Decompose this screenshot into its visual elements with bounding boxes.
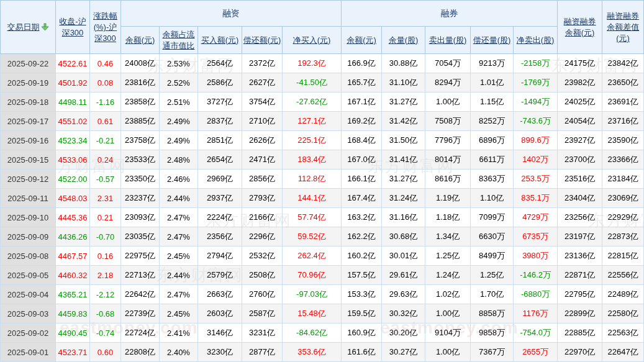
cell-date: 2025-09-09 [1,227,56,247]
cell-sec-sell: 7508万 [425,112,471,131]
cell-balance-diff: 23650亿 [602,73,644,93]
col-header-change[interactable]: 涨跌幅 (%)-沪 深300 [90,1,121,54]
cell-sec-balance: 153.3亿 [342,285,382,304]
cell-sec-volume: 31.24亿 [382,189,425,208]
cell-fin-repay: 2877亿 [242,343,283,362]
cell-fin-ratio: 2.49% [160,131,198,150]
cell-fin-ratio: 2.44% [160,189,198,208]
cell-change: -0.21 [90,131,121,150]
cell-sec-balance: 167.4亿 [342,189,382,208]
cell-sec-repay: 1.70亿 [471,285,514,304]
col-header-fin-buy[interactable]: 买入额(元) [198,27,242,54]
cell-fin-balance: 22975亿 [121,247,160,266]
cell-fin-net: -41.50亿 [283,73,342,93]
cell-sec-balance: 165.7亿 [342,73,382,93]
cell-sec-repay: 1.25亿 [471,266,514,285]
cell-sec-net: -743.6万 [514,112,558,131]
table-row: 2025-09-194501.920.0823816亿2.52%2586亿262… [1,73,644,93]
col-header-sec-sell[interactable]: 卖出量(股) [425,27,471,54]
table-row: 2025-09-224522.610.4624008亿2.53%2564亿237… [1,54,644,73]
table-row: 2025-09-034459.83-0.6822739亿2.45%2603亿25… [1,304,644,324]
cell-close: 4522.00 [56,170,90,189]
table-body: 2025-09-224522.610.4624008亿2.53%2564亿237… [1,54,644,362]
col-header-sec-repay[interactable]: 偿还量(股) [471,27,514,54]
cell-close: 4551.02 [56,112,90,131]
cell-fin-buy: 2851亿 [198,131,242,150]
cell-fin-ratio: 2.51% [160,93,198,112]
col-header-fin-net[interactable]: 净买入(元) [283,27,342,54]
table-row: 2025-09-084467.570.1622975亿2.45%2794亿253… [1,247,644,266]
cell-sec-net: -6880万 [514,285,558,304]
cell-balance-diff: 23691亿 [602,93,644,112]
col-header-sec-volume[interactable]: 余量(股) [382,27,425,54]
table-row: 2025-09-014523.710.6022808亿2.40%3230亿287… [1,343,644,362]
cell-date: 2025-09-10 [1,208,56,227]
cell-fin-ratio: 2.44% [160,266,198,285]
cell-date: 2025-09-05 [1,266,56,285]
cell-fin-net: 225.1亿 [283,131,342,150]
cell-sec-net: -2158万 [514,54,558,73]
cell-fin-ratio: 2.41% [160,324,198,343]
cell-fin-repay: 2627亿 [242,73,283,93]
cell-fin-ratio: 2.45% [160,247,198,266]
cell-fin-net: 144.1亿 [283,189,342,208]
cell-fin-buy: 3230亿 [198,343,242,362]
cell-fin-balance: 24008亿 [121,54,160,73]
cell-sec-balance: 162.2亿 [342,227,382,247]
cell-change: 0.24 [90,150,121,170]
cell-balance-diff: 23716亿 [602,112,644,131]
col-header-sec-net[interactable]: 净卖出(股) [514,27,558,54]
cell-change: -0.70 [90,227,121,247]
cell-sec-volume: 31.42亿 [382,112,425,131]
col-header-fin-repay[interactable]: 偿还额(元) [242,27,283,54]
table-row: 2025-09-114548.032.3123237亿2.44%2937亿279… [1,189,644,208]
col-header-balance-diff[interactable]: 融资融券 余额差值 (元) [602,1,644,54]
cell-sec-volume: 29.61亿 [382,266,425,285]
cell-change: 0.16 [90,247,121,266]
cell-close: 4523.34 [56,131,90,150]
cell-sec-repay: 1.10亿 [471,189,514,208]
group-header-short-selling: 融券 [342,1,558,27]
table-row: 2025-09-094436.26-0.7023035亿2.47%2356亿22… [1,227,644,247]
cell-fin-repay: 2856亿 [242,170,283,189]
cell-fin-buy: 2224亿 [198,208,242,227]
table-row: 2025-09-104445.360.2123093亿2.47%2224亿216… [1,208,644,227]
cell-date: 2025-09-19 [1,73,56,93]
cell-fin-repay: 2587亿 [242,304,283,324]
cell-total-balance: 23700亿 [558,150,602,170]
cell-sec-volume: 30.68亿 [382,227,425,247]
col-header-total-balance[interactable]: 融资融券 余额(元) [558,1,602,54]
cell-sec-sell: 8014万 [425,150,471,170]
cell-change: 2.31 [90,189,121,208]
col-header-fin-ratio[interactable]: 余额占流 通市值比 [160,27,198,54]
cell-sec-balance: 159.5亿 [342,304,382,324]
cell-fin-net: 70.96亿 [283,266,342,285]
col-header-fin-balance[interactable]: 余额(元) [121,27,160,54]
cell-sec-sell: 1.18亿 [425,208,471,227]
cell-sec-balance: 169.2亿 [342,112,382,131]
col-header-close[interactable]: 收盘-沪 深300 [56,1,90,54]
cell-sec-volume: 29.63亿 [382,285,425,304]
cell-balance-diff: 23366亿 [602,150,644,170]
cell-change: 0.60 [90,343,121,362]
cell-sec-repay: 8499万 [471,247,514,266]
cell-fin-balance: 22642亿 [121,285,160,304]
cell-fin-net: 57.74亿 [283,208,342,227]
cell-fin-ratio: 2.47% [160,285,198,304]
cell-sec-net: 899.6万 [514,131,558,150]
cell-sec-sell: 1.02亿 [425,285,471,304]
cell-fin-repay: 2793亿 [242,189,283,208]
col-header-date[interactable]: 交易日期 [1,1,56,54]
cell-fin-ratio: 2.40% [160,343,198,362]
cell-total-balance: 23927亿 [558,131,602,150]
cell-fin-net: 353.6亿 [283,343,342,362]
cell-sec-repay: 9858万 [471,324,514,343]
cell-fin-net: 183.4亿 [283,150,342,170]
cell-date: 2025-09-12 [1,170,56,189]
cell-sec-volume: 31.10亿 [382,73,425,93]
col-header-sec-balance[interactable]: 余额(元) [342,27,382,54]
cell-fin-buy: 2356亿 [198,227,242,247]
cell-fin-net: -97.03亿 [283,285,342,304]
cell-fin-buy: 2837亿 [198,112,242,131]
cell-total-balance: 22795亿 [558,285,602,304]
